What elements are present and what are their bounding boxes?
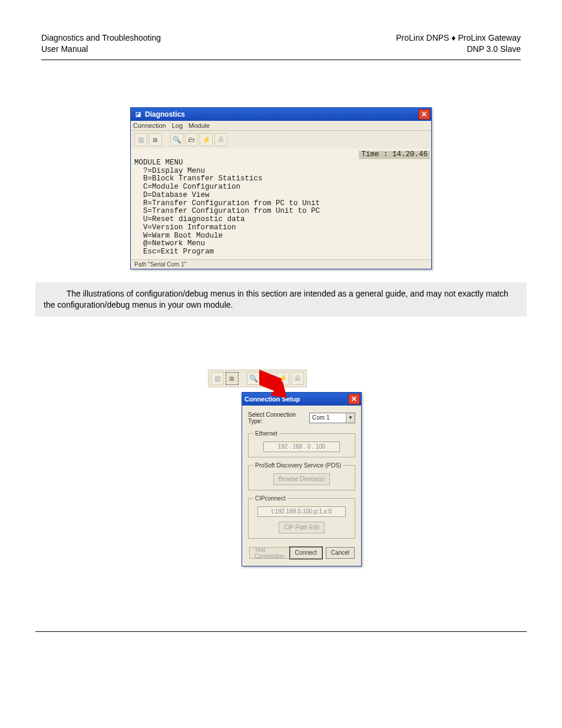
- dlg-title: Connection Setup: [244, 396, 348, 403]
- menu-display: ?=Display Menu: [134, 167, 428, 176]
- close-icon[interactable]: ✕: [418, 109, 430, 120]
- note-text: The illustrations of configuration/debug…: [44, 289, 508, 309]
- app-icon: ◪: [133, 110, 143, 119]
- cancel-button[interactable]: Cancel: [326, 547, 355, 559]
- dlg-footer: Test Connection Connect Cancel: [248, 543, 355, 560]
- connection-type-select[interactable]: Com 1 ▼: [309, 413, 355, 423]
- toolbar-button-5[interactable]: ⚡: [200, 133, 213, 146]
- header-right-line2: DNP 3.0 Slave: [396, 44, 521, 55]
- toolbar2-gap: [240, 372, 245, 385]
- menu-v: V=Version Information: [134, 224, 428, 232]
- toolbar2-button-3[interactable]: 🔍: [247, 372, 260, 385]
- ethernet-legend: Ethernet: [253, 430, 279, 437]
- titlebar[interactable]: ◪ Diagnostics ✕: [131, 108, 431, 121]
- toolbar-button-4[interactable]: 🗁: [185, 133, 198, 146]
- menu-block: B=Block Transfer Statistics: [134, 175, 428, 183]
- toolbar2-button-2[interactable]: 🗈: [226, 372, 239, 385]
- toolbar2-button-6[interactable]: 🖶: [291, 372, 304, 385]
- cip-path-edit-button[interactable]: CIP Path Edit: [279, 522, 325, 533]
- connection-type-row: Select Connection Type: Com 1 ▼: [248, 411, 355, 424]
- menu-log[interactable]: Log: [172, 122, 183, 129]
- menu-config: C=Module Configuration: [134, 183, 428, 192]
- menu-esc: Esc=Exit Program: [134, 248, 428, 256]
- menu-w: W=Warm Boot Module: [134, 232, 428, 241]
- ethernet-group: Ethernet 192 . 168 . 0 . 100: [248, 430, 355, 457]
- toolbar-standalone: ▦ 🗈 🔍 🗁 ⚡ 🖶: [208, 370, 307, 387]
- connection-type-value: Com 1: [312, 414, 329, 421]
- figure-connection-setup: ▦ 🗈 🔍 🗁 ⚡ 🖶 Connection Setup ✕ Select Co…: [41, 370, 521, 566]
- menu-u: U=Reset diagnostic data: [134, 216, 428, 224]
- dlg-body: Select Connection Type: Com 1 ▼ Ethernet…: [242, 406, 361, 566]
- menu-s: S=Transfer Configuration from Unit to PC: [134, 207, 428, 216]
- terminal: Time : 14.20.46 MODULE MENU ?=Display Me…: [131, 149, 431, 259]
- connection-type-label: Select Connection Type:: [248, 411, 309, 424]
- time-display: Time : 14.20.46: [359, 151, 430, 159]
- header-right: ProLinx DNPS ♦ ProLinx Gateway DNP 3.0 S…: [396, 32, 521, 55]
- connect-button[interactable]: Connect: [290, 547, 322, 559]
- header-left-line1: Diagnostics and Troubleshooting: [41, 32, 161, 44]
- connection-setup-dialog: Connection Setup ✕ Select Connection Typ…: [242, 392, 362, 566]
- toolbar-gap: [164, 133, 168, 146]
- dlg-titlebar[interactable]: Connection Setup ✕: [242, 393, 361, 406]
- menu-at: @=Network Menu: [134, 240, 428, 248]
- statusbar: Path "Serial Com 1": [131, 259, 431, 269]
- page: Diagnostics and Troubleshooting User Man…: [0, 0, 562, 667]
- browse-devices-button[interactable]: Browse Device(s): [273, 473, 330, 485]
- ethernet-ip-field[interactable]: 192 . 168 . 0 . 100: [263, 442, 340, 452]
- module-menu: MODULE MENU ?=Display Menu B=Block Trans…: [134, 151, 428, 256]
- footer-rule: [35, 631, 527, 632]
- header-left: Diagnostics and Troubleshooting User Man…: [41, 32, 161, 55]
- toolbar-button-2[interactable]: 🗈: [149, 133, 162, 146]
- cip-group: CIPconnect t:192.168.0.100,p:1,s:0 CIP P…: [248, 495, 355, 539]
- page-header: Diagnostics and Troubleshooting User Man…: [41, 32, 521, 60]
- toolbar-button-6[interactable]: 🖶: [214, 133, 227, 146]
- header-right-line1: ProLinx DNPS ♦ ProLinx Gateway: [396, 32, 521, 44]
- window-title: Diagnostics: [145, 110, 418, 118]
- note: The illustrations of configuration/debug…: [35, 282, 527, 317]
- header-left-line2: User Manual: [41, 44, 161, 55]
- toolbar: ▦ 🗈 🔍 🗁 ⚡ 🖶: [131, 131, 431, 149]
- pds-legend: ProSoft Discovery Service (PDS): [253, 462, 343, 469]
- diagnostics-window: ◪ Diagnostics ✕ Connection Log Module ▦ …: [130, 107, 432, 269]
- test-connection-button[interactable]: Test Connection: [249, 547, 290, 559]
- menu-db: D=Database View: [134, 192, 428, 200]
- menu-connection[interactable]: Connection: [133, 122, 166, 129]
- menu-r: R=Transfer Configuration from PC to Unit: [134, 200, 428, 208]
- dlg-close-icon[interactable]: ✕: [348, 394, 360, 404]
- toolbar-button-1[interactable]: ▦: [134, 133, 147, 146]
- menu-module[interactable]: Module: [189, 122, 210, 129]
- pds-group: ProSoft Discovery Service (PDS) Browse D…: [248, 462, 355, 490]
- menu-title: MODULE MENU: [134, 159, 428, 167]
- toolbar2-button-1[interactable]: ▦: [211, 372, 224, 385]
- chevron-down-icon: ▼: [346, 413, 355, 423]
- figure-diagnostics: ◪ Diagnostics ✕ Connection Log Module ▦ …: [41, 107, 521, 269]
- cip-path-field[interactable]: t:192.168.0.100,p:1,s:0: [257, 506, 346, 517]
- menubar: Connection Log Module: [131, 121, 431, 131]
- toolbar-button-3[interactable]: 🔍: [170, 133, 183, 146]
- cip-legend: CIPconnect: [253, 495, 287, 502]
